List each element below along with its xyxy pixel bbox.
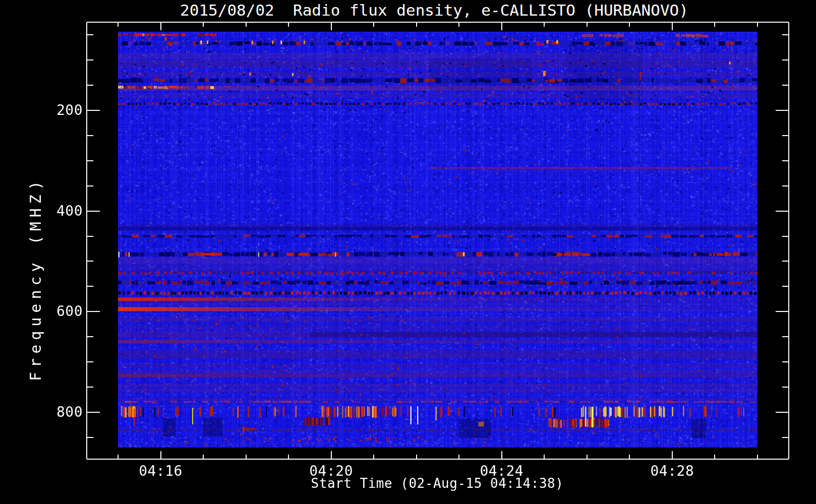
plot-title: 2015/08/02 Radio flux density, e-CALLIST…	[180, 1, 688, 19]
y-axis-title: Frequency (MHZ)	[27, 176, 44, 381]
y-tick-label: 200	[20, 103, 83, 118]
y-tick-label: 800	[20, 405, 83, 420]
x-tick-label: 04:16	[121, 464, 201, 479]
spectrogram-screen: 2015/08/02 Radio flux density, e-CALLIST…	[0, 0, 816, 504]
x-axis-title: Start Time (02-Aug-15 04:14:38)	[311, 476, 564, 491]
x-tick-label: 04:28	[632, 464, 713, 479]
spectrogram-canvas	[118, 32, 757, 448]
